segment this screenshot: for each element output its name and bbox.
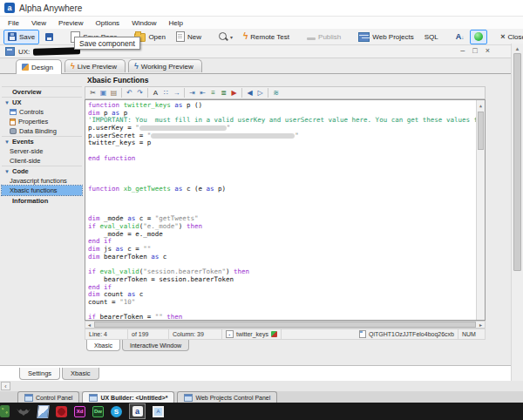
tab-xbasic[interactable]: Xbasic xyxy=(86,340,120,351)
lightning-orange-icon: ϟ xyxy=(71,62,75,71)
sidebar-item-label: Properties xyxy=(18,118,48,125)
sidebar-item-javascript-functions[interactable]: Javascript functions xyxy=(2,176,82,186)
sort-lines-icon[interactable]: ≋ xyxy=(271,88,281,98)
replace-icon[interactable]: ∷ xyxy=(161,88,171,98)
sidebar-item-overview[interactable]: Overview xyxy=(2,86,82,97)
lightning-blue-icon: ϟ xyxy=(134,62,139,71)
paste-icon[interactable]: ▤ xyxy=(109,88,119,98)
sql-label: SQL xyxy=(425,33,438,41)
maximize-button[interactable]: □ xyxy=(472,46,477,55)
notes-icon[interactable] xyxy=(37,405,50,418)
menu-file[interactable]: File xyxy=(2,18,25,28)
alpha-logo-glyph: a xyxy=(132,406,143,417)
workspace-scrollbar-thumb[interactable] xyxy=(513,53,521,271)
status-ok-button[interactable] xyxy=(470,30,487,44)
editor-horizontal-scrollbar[interactable]: ◂ ▸ xyxy=(85,321,486,329)
editor-vertical-scrollbar[interactable]: ▲ xyxy=(476,100,485,320)
code-editor[interactable]: function twitter_keys as p ()dim p as p'… xyxy=(85,99,486,321)
toolbar-separator xyxy=(241,88,242,98)
menu-help[interactable]: Help xyxy=(163,18,189,28)
collapse-arrow-icon: ▼ xyxy=(4,169,10,174)
sidebar-item-controls[interactable]: Controls xyxy=(2,107,82,117)
toolbar-separator xyxy=(147,88,148,98)
web-projects-icon xyxy=(358,32,370,42)
tab-label: Live Preview xyxy=(78,63,117,71)
sort-az-button[interactable]: A xyxy=(452,30,469,44)
plant-icon[interactable] xyxy=(0,405,10,417)
tab-settings[interactable]: Settings xyxy=(19,368,60,380)
font-icon[interactable]: A xyxy=(151,88,160,98)
next-bookmark-icon[interactable]: ▷ xyxy=(255,88,265,98)
cut-icon[interactable]: ✂ xyxy=(88,88,98,98)
photos-icon[interactable]: A xyxy=(153,406,164,417)
mdi-tab-web-projects-control-panel[interactable]: Web Projects Control Panel xyxy=(177,391,277,403)
editor-hscrollbar-thumb[interactable] xyxy=(94,322,476,328)
save-as-button[interactable] xyxy=(41,30,58,44)
function-selector[interactable]: ▪ twitter_keys xyxy=(222,329,282,339)
comment-icon[interactable]: ≡ xyxy=(208,88,218,98)
close-button[interactable]: ×Close xyxy=(496,30,523,44)
mdi-scroll-left-button[interactable]: ‹ xyxy=(1,382,10,390)
sidebar-item-client-side[interactable]: Client-side xyxy=(2,156,82,166)
code-line xyxy=(88,147,485,155)
close-button[interactable]: × xyxy=(486,46,490,55)
sql-button[interactable]: SQL xyxy=(420,30,443,44)
adobe-xd-icon[interactable]: Xd xyxy=(74,406,85,417)
mdi-tab-control-panel[interactable]: Control Panel xyxy=(17,391,79,403)
alpha-anywhere-icon[interactable]: a xyxy=(129,403,146,419)
code-line xyxy=(88,193,485,200)
find-button[interactable]: ▾ xyxy=(214,30,237,44)
bookmark-icon[interactable]: ▶ xyxy=(229,88,239,98)
modified-indicator-icon xyxy=(271,331,277,337)
document-tab-label[interactable]: UX: xyxy=(18,48,30,56)
remote-test-label: Remote Test xyxy=(250,33,289,41)
scroll-up-icon[interactable]: ▲ xyxy=(512,44,523,51)
dropdown-arrow-icon: ▾ xyxy=(230,34,233,40)
tab-interactive-window[interactable]: Interactive Window xyxy=(122,340,189,351)
skype-icon[interactable]: S xyxy=(111,406,122,417)
bat-icon[interactable] xyxy=(17,407,31,416)
control-panel-icon xyxy=(24,394,33,402)
menu-window[interactable]: Window xyxy=(126,18,162,28)
editor-scrollbar-thumb[interactable] xyxy=(478,112,484,150)
menu-preview[interactable]: Preview xyxy=(52,18,89,28)
scroll-up-icon[interactable]: ▲ xyxy=(477,100,485,110)
tab-working-preview[interactable]: ϟWorking Preview xyxy=(128,59,202,72)
sidebar-item-code[interactable]: ▼Code xyxy=(2,166,82,176)
publish-button: Publish xyxy=(302,30,345,44)
sidebar-item-properties[interactable]: Properties xyxy=(2,117,82,126)
menu-view[interactable]: View xyxy=(25,18,52,28)
redo-icon[interactable]: ↷ xyxy=(135,88,145,98)
minimize-button[interactable]: – xyxy=(460,46,465,55)
scroll-right-icon[interactable]: ▸ xyxy=(477,322,485,328)
sidebar-item-data-binding[interactable]: Data Binding xyxy=(2,126,82,136)
dreamweaver-icon[interactable]: Dw xyxy=(92,406,104,417)
copy-icon[interactable]: ▣ xyxy=(98,88,108,98)
sidebar-item-events[interactable]: ▼Events xyxy=(2,136,82,146)
sidebar-item-ux[interactable]: ▼UX xyxy=(2,97,82,107)
outdent-icon[interactable]: ⇤ xyxy=(198,88,207,98)
tab-live-preview[interactable]: ϟLive Preview xyxy=(65,59,126,72)
adobe-creative-cloud-icon[interactable] xyxy=(56,406,67,417)
editor-tabs: XbasicInteractive Window xyxy=(86,340,191,351)
save-button[interactable]: Save xyxy=(3,30,39,44)
sidebar-item-information[interactable]: Information xyxy=(2,195,82,206)
prev-bookmark-icon[interactable]: ◀ xyxy=(245,88,255,98)
sidebar-item-server-side[interactable]: Server-side xyxy=(2,146,82,156)
goto-icon[interactable]: → xyxy=(172,88,181,98)
status-spacer xyxy=(282,329,356,339)
tab-design[interactable]: Design xyxy=(16,59,62,74)
scroll-left-icon[interactable]: ◂ xyxy=(85,322,93,328)
menu-options[interactable]: Options xyxy=(90,18,126,28)
remote-test-button[interactable]: ϟRemote Test xyxy=(239,30,294,44)
uncomment-icon[interactable]: ≣ xyxy=(219,88,228,98)
new-button[interactable]: New xyxy=(172,30,206,44)
mdi-tab-ux-builder-untitled[interactable]: UX Builder: <Untitled>* xyxy=(82,391,174,403)
workspace-vertical-scrollbar[interactable]: ▲ xyxy=(511,44,523,387)
web-projects-button[interactable]: Web Projects xyxy=(354,30,418,44)
sidebar-item-label: Data Binding xyxy=(19,127,57,135)
tab-xbasic[interactable]: Xbasic xyxy=(62,368,99,380)
undo-icon[interactable]: ↶ xyxy=(125,88,134,98)
sidebar-item-xbasic-functions[interactable]: Xbasic functions xyxy=(2,186,82,195)
indent-icon[interactable]: ⇥ xyxy=(187,88,197,98)
